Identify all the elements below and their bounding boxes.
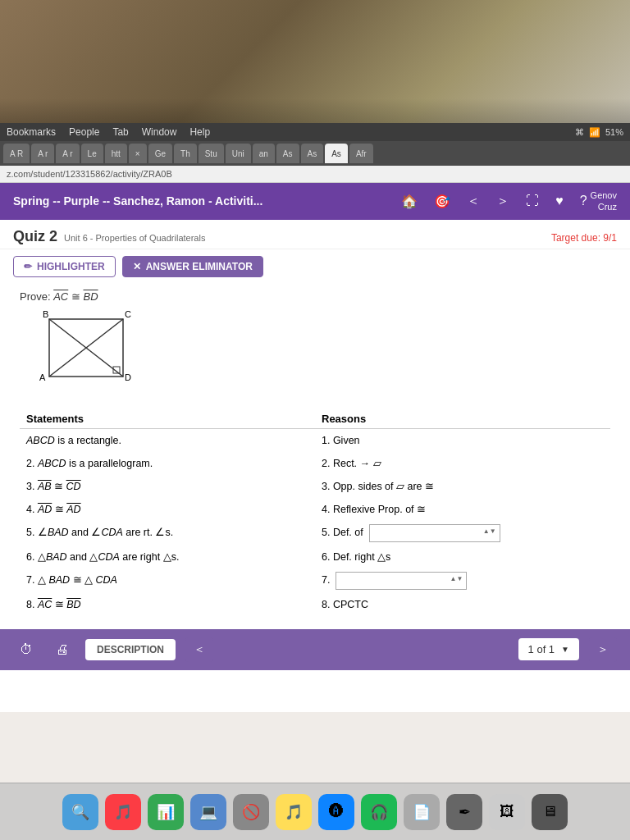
tab-1[interactable]: A r [31, 144, 54, 163]
table-row: 2. ABCD is a parallelogram. 2. Rect. → ▱ [20, 452, 610, 475]
tab-12[interactable]: As [301, 144, 324, 163]
dock-icon-notes[interactable]: 🎵 [276, 794, 312, 830]
dock-icon-prohibited[interactable]: 🚫 [233, 794, 269, 830]
dock-icon-spotify[interactable]: 🎧 [361, 794, 397, 830]
dock-icon-appstore[interactable]: 🅐 [318, 794, 354, 830]
tab-0[interactable]: A R [3, 144, 30, 163]
dock-icon-finder[interactable]: 🔍 [62, 794, 98, 830]
proof-table: Statements Reasons ABCD is a rectangle. … [20, 409, 610, 616]
tab-8[interactable]: Stu [199, 144, 224, 163]
svg-text:D: D [125, 372, 131, 382]
menu-bar: Bookmarks People Tab Window Help ⌘ 📶 51% [0, 123, 630, 141]
edu-header: Spring -- Purple -- Sanchez, Ramon - Act… [0, 183, 630, 220]
table-row: 6. △BAD and △CDA are right △s. 6. Def. r… [20, 546, 610, 568]
wifi-icon: 📶 [589, 127, 600, 138]
table-row: 3. AB ≅ CD 3. Opp. sides of ▱ are ≅ [20, 475, 610, 498]
table-row: ABCD is a rectangle. 1. Given [20, 428, 610, 452]
statements-header: Statements [20, 409, 315, 429]
tab-4[interactable]: htt [105, 144, 127, 163]
tab-7[interactable]: Th [174, 144, 197, 163]
table-row: 8. AC ≅ BD 8. CPCTC [20, 593, 610, 616]
description-button[interactable]: DESCRIPTION [85, 639, 176, 660]
home-icon[interactable]: 🏠 [398, 192, 421, 211]
diagram: B C A D [33, 311, 139, 393]
clock-icon-button[interactable]: ⏱ [13, 639, 39, 660]
menu-help[interactable]: Help [189, 126, 210, 138]
dock-icon-photos[interactable]: 🖼 [489, 794, 525, 830]
bluetooth-icon: ⌘ [575, 127, 584, 138]
stmt-2: 2. ABCD is a parallelogram. [20, 452, 315, 475]
reason-2: 2. Rect. → ▱ [315, 452, 610, 475]
table-row: 7. △ BAD ≅ △ CDA 7. [20, 568, 610, 593]
tab-bar: A R A r A r Le htt × Ge Th Stu Uni an As… [0, 141, 630, 166]
stmt-6: 6. △BAD and △CDA are right △s. [20, 546, 315, 568]
target-icon[interactable]: 🎯 [431, 192, 454, 211]
tab-10[interactable]: an [253, 144, 275, 163]
eliminator-icon: ✕ [133, 261, 141, 272]
page-dropdown-arrow[interactable]: ▼ [561, 645, 569, 654]
table-row: 5. ∠BAD and ∠CDA are rt. ∠s. 5. Def. of [20, 521, 610, 546]
highlighter-label: HIGHLIGHTER [37, 261, 105, 272]
page-title: Spring -- Purple -- Sanchez, Ramon - Act… [13, 194, 398, 208]
quiz-title-bar: Quiz 2 Unit 6 - Properties of Quadrilate… [0, 220, 630, 249]
back-icon[interactable]: ＜ [463, 191, 483, 212]
tab-9[interactable]: Uni [226, 144, 251, 163]
stmt-8: 8. AC ≅ BD [20, 593, 315, 616]
menu-bar-right: ⌘ 📶 51% [575, 127, 623, 138]
expand-icon[interactable]: ⛶ [523, 192, 542, 210]
rectangle-svg: B C A D [33, 311, 139, 393]
reason-4: 4. Reflexive Prop. of ≅ [315, 498, 610, 521]
dock-icon-stats[interactable]: 📊 [148, 794, 184, 830]
prev-page-button[interactable]: ＜ [185, 637, 213, 662]
svg-text:B: B [43, 311, 48, 319]
target-due: Target due: 9/1 [551, 232, 617, 244]
dock-icon-monitor[interactable]: 🖥 [532, 794, 568, 830]
address-bar[interactable]: z.com/student/123315862/activity/ZRA0B [0, 166, 630, 183]
tab-2[interactable]: A r [56, 144, 79, 163]
print-button[interactable]: 🖨 [49, 639, 75, 660]
photo-background [0, 0, 630, 123]
tab-3[interactable]: Le [81, 144, 103, 163]
menu-people[interactable]: People [69, 126, 99, 138]
stmt-1: ABCD is a rectangle. [20, 428, 315, 452]
menu-window[interactable]: Window [142, 126, 177, 138]
menu-tab[interactable]: Tab [112, 126, 128, 138]
user-first: Genov [591, 189, 617, 201]
help-icon[interactable]: ? [577, 192, 591, 210]
dock-icon-files[interactable]: 📄 [404, 794, 440, 830]
highlighter-icon: ✏ [24, 261, 32, 272]
select-def-of[interactable] [369, 524, 500, 542]
user-last: Cruz [591, 201, 617, 212]
tab-5[interactable]: × [129, 144, 147, 163]
menu-bar-items: Bookmarks People Tab Window Help [7, 126, 210, 138]
prove-statement: AC ≅ BD [53, 290, 98, 303]
svg-text:A: A [39, 372, 46, 382]
highlighter-button[interactable]: ✏ HIGHLIGHTER [13, 256, 116, 277]
tab-6[interactable]: Ge [148, 144, 172, 163]
reason-6: 6. Def. right △s [315, 546, 610, 568]
quiz-toolbar: ✏ HIGHLIGHTER ✕ ANSWER ELIMINATOR [0, 249, 630, 284]
next-page-button[interactable]: ＞ [589, 637, 617, 662]
stmt-4: 4. AD ≅ AD [20, 498, 315, 521]
prove-label: Prove: [20, 290, 51, 303]
stmt-7: 7. △ BAD ≅ △ CDA [20, 568, 315, 593]
tab-11[interactable]: As [276, 144, 299, 163]
eliminator-button[interactable]: ✕ ANSWER ELIMINATOR [122, 256, 263, 277]
heart-icon[interactable]: ♥ [552, 192, 567, 210]
dock-icon-music[interactable]: 🎵 [105, 794, 141, 830]
select-reason-7[interactable] [336, 572, 467, 590]
bottom-nav: ⏱ 🖨 DESCRIPTION ＜ 1 of 1 ▼ ＞ [0, 629, 630, 670]
reason-5: 5. Def. of [315, 521, 610, 546]
reason-3: 3. Opp. sides of ▱ are ≅ [315, 475, 610, 498]
forward-icon[interactable]: ＞ [493, 191, 513, 212]
browser-chrome: Bookmarks People Tab Window Help ⌘ 📶 51%… [0, 123, 630, 183]
dock-icon-computer[interactable]: 💻 [190, 794, 226, 830]
tab-13[interactable]: As [325, 144, 348, 163]
reason-8: 8. CPCTC [315, 593, 610, 616]
battery-indicator: 51% [605, 127, 623, 137]
quiz-unit: Unit 6 - Properties of Quadrilaterals [64, 233, 205, 243]
dock-icon-pen[interactable]: ✒ [446, 794, 482, 830]
tab-14[interactable]: Afr [349, 144, 373, 163]
menu-bookmarks[interactable]: Bookmarks [7, 126, 56, 138]
eliminator-label: ANSWER ELIMINATOR [146, 261, 253, 272]
